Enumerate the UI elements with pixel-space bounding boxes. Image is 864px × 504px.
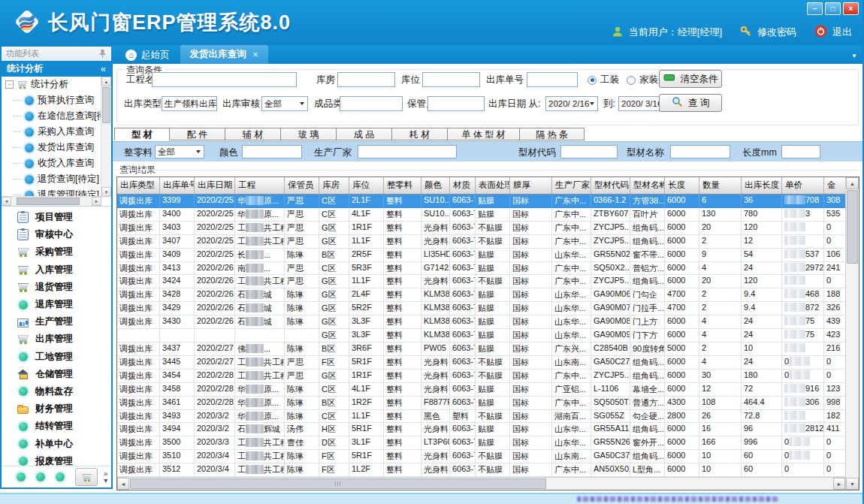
table-row[interactable]: 调拨出库34292020/2/26石城陈琳G区5R2F整料KLM38176063… bbox=[117, 302, 845, 315]
date-from-picker[interactable]: 2020/ 2/16 bbox=[545, 96, 598, 111]
column-header[interactable]: 型材名称 bbox=[630, 177, 665, 194]
tree-expander-icon[interactable]: - bbox=[5, 80, 14, 89]
column-header[interactable]: 库房 bbox=[319, 177, 349, 194]
sidebar-item-财务管理[interactable]: 财务管理 bbox=[2, 400, 111, 418]
sidebar-item-退库管理[interactable]: 退库管理 bbox=[2, 296, 111, 313]
material-tab[interactable]: 成 品 bbox=[337, 128, 392, 140]
tree-item[interactable]: 预算执行查询 bbox=[2, 92, 111, 108]
warehouse-input[interactable] bbox=[337, 72, 395, 87]
sidebar-item-采购管理[interactable]: 采购管理 bbox=[2, 243, 111, 261]
table-row[interactable]: G区3L3F整料KLM38176063-T5贴膜国标山东华...GA90M09.… bbox=[117, 329, 845, 343]
column-header[interactable]: 颜色 bbox=[421, 177, 450, 194]
material-tab[interactable]: 耗 材 bbox=[392, 128, 448, 140]
radio-jiazhuang[interactable]: 家装 bbox=[627, 74, 658, 86]
column-header[interactable]: 单价 bbox=[782, 177, 824, 194]
tab-close-icon[interactable]: × bbox=[253, 50, 258, 60]
clear-conditions-button[interactable]: 清空条件 bbox=[659, 70, 722, 88]
scroll-left-icon[interactable]: ◄ bbox=[117, 478, 129, 490]
tab-home[interactable]: ⌂ 起始页 bbox=[115, 47, 180, 64]
scroll-down-icon[interactable]: ▼ bbox=[846, 478, 859, 490]
audit-combo[interactable]: 全部 bbox=[261, 96, 308, 111]
scroll-up-icon[interactable]: ▲ bbox=[101, 77, 111, 86]
sidebar-item-出库管理[interactable]: 出库管理 bbox=[2, 330, 111, 348]
tree-horizontal-scrollbar[interactable]: ◄ ► bbox=[2, 196, 101, 206]
column-header[interactable]: 膜厚 bbox=[510, 177, 552, 194]
grid-hscroll-thumb[interactable] bbox=[130, 478, 546, 489]
pin-icon[interactable] bbox=[98, 49, 107, 59]
column-header[interactable]: 数量 bbox=[699, 177, 742, 194]
out-type-combo[interactable]: 生产领料出库 bbox=[162, 96, 217, 111]
table-row[interactable]: 调拨出库34452020/2/27工共工程严思F区5R1F整料光身料6063-T… bbox=[117, 356, 845, 370]
table-row[interactable]: 调拨出库34072020/2/25工共工程严思G区1L1F整料光身料6063-T… bbox=[117, 235, 845, 249]
table-row[interactable]: 调拨出库34132020/2/26南...严思C区5R3F整料G71422606… bbox=[117, 262, 845, 276]
more-modules-chevron[interactable]: »▾ bbox=[104, 470, 108, 484]
module-dot-icon[interactable] bbox=[56, 472, 65, 481]
table-row[interactable]: 调拨出库34612020/2/28华原...陈琳B区1R2F整料F8877FT6… bbox=[117, 397, 845, 410]
material-tab[interactable]: 配 件 bbox=[170, 128, 225, 140]
table-row[interactable]: 调拨出库34242020/2/26工共工程严思G区1L1F整料光身料6063-T… bbox=[117, 275, 845, 288]
whole-part-combo[interactable]: 全部 bbox=[155, 145, 204, 158]
sidebar-item-物料盘存[interactable]: 物料盘存 bbox=[2, 383, 111, 400]
table-row[interactable]: 调拨出库34032020/2/25工共工程严思G区1R1F整料光身料6063-T… bbox=[117, 222, 845, 235]
grid-horizontal-scrollbar[interactable]: ◄ ► bbox=[117, 477, 845, 490]
column-header[interactable]: 长度 bbox=[665, 177, 699, 194]
tree-vertical-scrollbar[interactable]: ▲ ▼ bbox=[101, 77, 111, 197]
column-header[interactable]: 型材代码 bbox=[591, 177, 630, 194]
scroll-right-icon[interactable]: ► bbox=[92, 197, 101, 206]
sidebar-item-生产管理[interactable]: 生产管理 bbox=[2, 313, 111, 330]
project-name-input[interactable] bbox=[152, 72, 297, 87]
tab-shipment-outbound-query[interactable]: 发货出库查询 × bbox=[180, 45, 268, 64]
sidebar-item-仓储管理[interactable]: 仓储管理 bbox=[2, 366, 111, 383]
table-row[interactable]: 调拨出库34942020/3/2石辉城汤伟H区5R1F整料光身料6063-T5贴… bbox=[117, 423, 845, 436]
column-header[interactable]: 表面处理 bbox=[476, 177, 510, 194]
sidebar-item-结转管理[interactable]: 结转管理 bbox=[2, 418, 111, 435]
grid-vertical-scrollbar[interactable]: ▲ ▼ bbox=[845, 177, 859, 490]
table-row[interactable]: 调拨出库35122020/3/4工共工程陈琳F区1L2F整料光身料6063-T5… bbox=[117, 463, 845, 477]
table-row[interactable]: 调拨出库34002020/2/25华原...严思C区4L1F整料SU10...6… bbox=[117, 208, 845, 222]
material-tab[interactable]: 隔 热 条 bbox=[520, 128, 585, 140]
column-header[interactable]: 金 bbox=[824, 177, 845, 194]
table-row[interactable]: 调拨出库34542020/2/28工共工程严思G区1R1F整料光身料6063-T… bbox=[117, 370, 845, 383]
module-cart-button[interactable] bbox=[75, 468, 98, 486]
tree-item[interactable]: 采购入库查询 bbox=[2, 124, 111, 140]
sidebar-item-报废管理[interactable]: 报废管理 bbox=[2, 453, 111, 466]
search-button[interactable]: 查 询 bbox=[659, 94, 722, 112]
column-header[interactable]: 库位 bbox=[349, 177, 384, 194]
collapse-icon[interactable]: « bbox=[101, 63, 106, 74]
minimize-button[interactable]: – bbox=[807, 2, 823, 15]
tree-item[interactable]: 在途信息查询[待 bbox=[2, 108, 111, 124]
table-row[interactable]: 调拨出库34302020/2/26石城陈琳G区3L3F整料KLM38176063… bbox=[117, 315, 845, 329]
column-header[interactable]: 生产厂家 bbox=[552, 177, 591, 194]
sidebar-item-补单中心[interactable]: 补单中心 bbox=[2, 435, 111, 452]
keeper-input[interactable] bbox=[427, 96, 485, 111]
close-button[interactable]: × bbox=[843, 2, 859, 15]
length-input[interactable] bbox=[781, 145, 820, 158]
section-header-statistics[interactable]: 统计分析 « bbox=[2, 61, 111, 77]
module-dot-icon[interactable] bbox=[17, 472, 26, 481]
scroll-left-icon[interactable]: ◄ bbox=[2, 197, 11, 206]
column-header[interactable]: 出库类型 bbox=[117, 177, 160, 194]
table-row[interactable]: 调拨出库35002020/3/3工共工程曹佳D区3L1F整料LT3P606063… bbox=[117, 436, 845, 450]
column-header[interactable]: 出库日期 bbox=[195, 177, 235, 194]
radio-unselected-icon[interactable] bbox=[627, 76, 636, 85]
column-header[interactable]: 整零料 bbox=[384, 177, 421, 194]
table-row[interactable]: 调拨出库34092020/2/25长...陈琳B区2R5F整料LI35HD606… bbox=[117, 249, 845, 262]
column-header[interactable]: 出库长度 bbox=[742, 177, 782, 194]
table-row[interactable]: 调拨出库34932020/3/2华原...陈琳C区1L1F整料黑色塑料不贴膜国标… bbox=[117, 410, 845, 424]
material-tab[interactable]: 辅 材 bbox=[225, 128, 281, 140]
scroll-up-icon[interactable]: ▲ bbox=[846, 177, 859, 189]
scroll-right-icon[interactable]: ► bbox=[833, 478, 845, 490]
table-row[interactable]: 调拨出库34582020/2/28华原...陈琳C区4L1F整料光身料6063-… bbox=[117, 383, 845, 397]
color-input[interactable] bbox=[242, 145, 302, 158]
tree-vscroll-thumb[interactable] bbox=[102, 87, 110, 123]
tree-item[interactable]: 收货入库查询 bbox=[2, 155, 111, 171]
tree-hscroll-thumb[interactable] bbox=[17, 198, 80, 205]
sidebar-item-工地管理[interactable]: 工地管理 bbox=[2, 349, 111, 366]
logout-link[interactable]: 退出 bbox=[832, 26, 852, 39]
sidebar-item-入库管理[interactable]: 入库管理 bbox=[2, 261, 111, 279]
tree-item[interactable]: 发货出库查询 bbox=[2, 140, 111, 155]
tree-item[interactable]: 退货查询[待定] bbox=[2, 171, 111, 187]
profile-name-input[interactable] bbox=[670, 145, 730, 158]
column-header[interactable]: 保管员 bbox=[285, 177, 319, 194]
radio-selected-icon[interactable] bbox=[588, 76, 597, 85]
